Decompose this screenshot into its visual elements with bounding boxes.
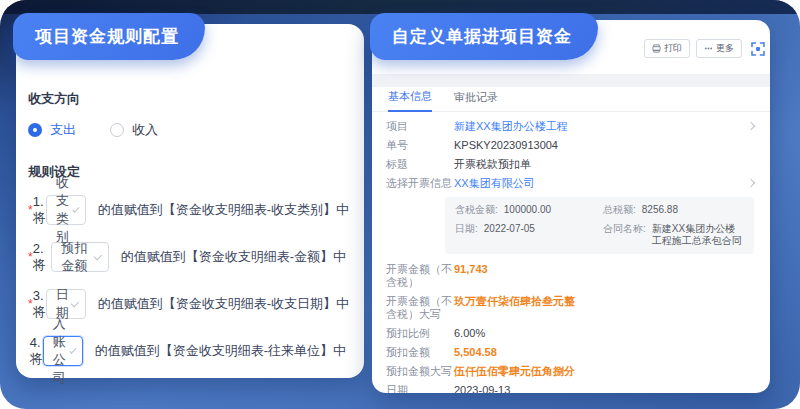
field-row-project[interactable]: 项目 新建XX集团办公楼工程 xyxy=(386,117,754,136)
field-row-date: 日期 2023-09-13 xyxy=(386,381,754,393)
header-divider-band xyxy=(372,74,770,87)
chevron-right-icon[interactable] xyxy=(747,179,755,187)
radio-expense[interactable]: 支出 xyxy=(28,121,76,139)
print-button[interactable]: 打印 xyxy=(644,39,690,58)
tab-basic-info[interactable]: 基本信息 xyxy=(388,89,432,112)
field-row-withhold-amount-caps: 预扣金额大写 伍仟伍佰零肆元伍角捌分 xyxy=(386,362,754,381)
radio-unselected-icon xyxy=(110,123,124,137)
field-row-title: 标题 开票税款预扣单 xyxy=(386,155,754,174)
radio-expense-label: 支出 xyxy=(50,121,76,139)
radio-selected-icon xyxy=(28,123,42,137)
rule-row-2: * 2. 将 预扣金额 的值赋值到【资金收支明细表-金额】中 xyxy=(28,242,346,272)
invoice-summary-box: 含税金额:100000.00 日期:2022-07-05 总税额:8256.88… xyxy=(445,197,754,254)
rule-row-1: * 1. 将 收支类别 的值赋值到【资金收支明细表-收支类别】中 xyxy=(28,195,346,225)
rule-config-panel: 收支方向 支出 收入 规则设定 * 1. 将 收支类别 xyxy=(16,24,364,378)
chevron-down-icon xyxy=(94,251,102,259)
invoice-company-link[interactable]: XX集团有限公司 xyxy=(454,177,748,190)
detail-toolbar: 打印 更多 xyxy=(644,39,766,58)
field-row-withhold-amount: 预扣金额 5,504.58 xyxy=(386,343,754,362)
radio-income-label: 收入 xyxy=(132,121,158,139)
field-row-invoice-amount: 开票金额（不含税） 91,743 xyxy=(386,260,754,292)
tab-audit-record[interactable]: 审批记录 xyxy=(454,90,498,111)
rule-1-field-select[interactable]: 收支类别 xyxy=(46,195,86,225)
fullscreen-icon[interactable] xyxy=(750,41,766,57)
rules-list: * 1. 将 收支类别 的值赋值到【资金收支明细表-收支类别】中 * 2. 将 … xyxy=(28,195,346,366)
rule-4-field-select[interactable]: 入账公司 xyxy=(43,336,83,366)
rule-3-suffix: 的值赋值到【资金收支明细表-收支日期】中 xyxy=(98,295,349,313)
app-background: 收支方向 支出 收入 规则设定 * 1. 将 收支类别 xyxy=(0,0,800,409)
rule-2-suffix: 的值赋值到【资金收支明细表-金额】中 xyxy=(121,248,346,266)
rule-1-suffix: 的值赋值到【资金收支明细表-收支类别】中 xyxy=(98,201,349,219)
select-value: 预扣金额 xyxy=(61,239,94,275)
direction-radio-group: 支出 收入 xyxy=(28,121,346,139)
radio-income[interactable]: 收入 xyxy=(110,121,158,139)
chevron-down-icon xyxy=(69,346,76,353)
rule-4-suffix: 的值赋值到【资金收支明细表-往来单位】中 xyxy=(95,342,346,360)
field-row-invoice-amount-caps: 开票金额（不含税）大写 玖万壹仟柒佰肆拾叁元整 xyxy=(386,292,754,324)
chevron-down-icon xyxy=(72,205,79,212)
project-link[interactable]: 新建XX集团办公楼工程 xyxy=(454,120,748,133)
right-panel-title: 自定义单据进项目资金 xyxy=(370,13,598,60)
more-icon xyxy=(704,44,713,53)
direction-label: 收支方向 xyxy=(28,90,346,108)
detail-tabs: 基本信息 审批记录 xyxy=(372,87,770,112)
tax-included-amount: 100000.00 xyxy=(504,204,551,216)
field-row-invoice-info[interactable]: 选择开票信息 XX集团有限公司 xyxy=(386,174,754,193)
printer-icon xyxy=(652,44,661,53)
rule-row-3: * 3. 将 日期 的值赋值到【资金收支明细表-收支日期】中 xyxy=(28,289,346,319)
select-value: 入账公司 xyxy=(53,315,70,387)
select-value: 收支类别 xyxy=(56,174,73,246)
contract-name: 新建XX集团办公楼工程施工总承包合同 xyxy=(652,223,744,247)
chevron-right-icon[interactable] xyxy=(747,122,755,130)
field-row-withhold-ratio: 预扣比例 6.00% xyxy=(386,324,754,343)
total-tax: 8256.88 xyxy=(642,204,678,216)
field-row-doc-number: 单号 KPSKY20230913004 xyxy=(386,136,754,155)
rules-section-label: 规则设定 xyxy=(28,163,346,181)
more-button[interactable]: 更多 xyxy=(696,39,742,58)
chevron-down-icon xyxy=(71,298,79,306)
rule-2-field-select[interactable]: 预扣金额 xyxy=(51,242,108,272)
document-detail-panel: 基本信息 审批记录 项目 新建XX集团办公楼工程 单号 KPSKY2023091… xyxy=(372,20,770,393)
contract-date: 2022-07-05 xyxy=(484,223,535,235)
rule-row-4: 4. 将 入账公司 的值赋值到【资金收支明细表-往来单位】中 xyxy=(28,336,346,366)
left-panel-title: 项目资金规则配置 xyxy=(13,13,205,60)
